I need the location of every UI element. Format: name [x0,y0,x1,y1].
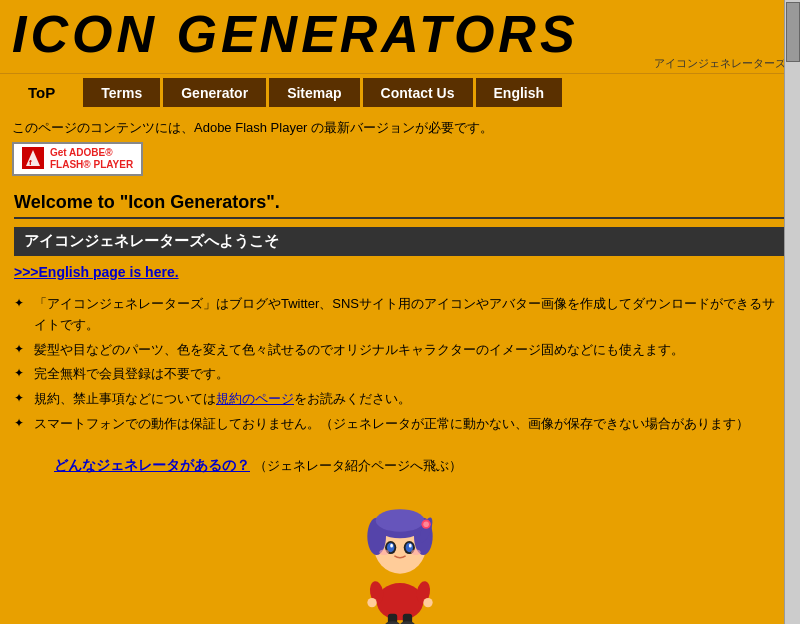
svg-point-10 [367,598,376,607]
main-content: Welcome to "Icon Generators". アイコンジェネレータ… [0,180,800,624]
svg-point-27 [379,549,388,555]
english-page-link[interactable]: >>>English page is here. [14,264,786,280]
flash-icon: f [22,147,44,171]
svg-point-11 [423,598,432,607]
feature-list: 「アイコンジェネレーターズ」はブログやTwitter、SNSサイト用のアイコンや… [14,292,786,437]
section-header: アイコンジェネレーターズへようこそ [14,227,786,256]
list-item-text-suffix: をお読みください。 [294,391,411,406]
list-item: 髪型や目などのパーツ、色を変えて色々試せるのでオリジナルキャラクターのイメージ固… [14,338,786,363]
anime-character-svg [340,485,460,624]
scrollbar[interactable] [784,0,800,624]
nav-top-link[interactable]: ToP [0,78,83,107]
svg-point-28 [411,549,420,555]
scrollbar-thumb[interactable] [786,2,800,62]
svg-point-20 [423,521,429,527]
nav-terms[interactable]: Terms [83,78,160,107]
nav-generator[interactable]: Generator [163,78,266,107]
flash-notice-text: このページのコンテンツには、Adobe Flash Player の最新バージョ… [12,120,493,135]
nav-english[interactable]: English [476,78,563,107]
welcome-title: Welcome to "Icon Generators". [14,192,786,219]
flash-badge-line1: Get ADOBE® [50,147,133,159]
svg-text:f: f [29,158,32,167]
list-item-text-prefix: 規約、禁止事項などについては [34,391,216,406]
generator-link-note: （ジェネレータ紹介ページへ飛ぶ） [254,458,462,473]
logo-area: iCON GENERATORS アイコンジェネレーターズ [0,0,800,73]
svg-point-25 [390,544,393,548]
nav-sitemap[interactable]: Sitemap [269,78,359,107]
list-item: 完全無料で会員登録は不要です。 [14,362,786,387]
flash-badge[interactable]: f Get ADOBE® FLASH® PLAYER [12,142,143,176]
navbar: ToP Terms Generator Sitemap Contact Us E… [0,73,800,111]
list-item: 規約、禁止事項などについては規約のページをお読みください。 [14,387,786,412]
flash-badge-label: Get ADOBE® FLASH® PLAYER [50,147,133,171]
nav-contact[interactable]: Contact Us [363,78,473,107]
svg-point-3 [377,583,424,620]
generator-intro-link[interactable]: どんなジェネレータがあるの？ [54,457,250,473]
list-item: スマートフォンでの動作は保証しておりません。（ジェネレータが正常に動かない、画像… [14,412,786,437]
flash-badge-line2: FLASH® PLAYER [50,159,133,171]
generator-link-area: どんなジェネレータがあるの？ （ジェネレータ紹介ページへ飛ぶ） [14,457,786,475]
character-illustration [14,485,786,624]
logo-title: iCON GENERATORS [12,8,788,60]
terms-link[interactable]: 規約のページ [216,391,294,406]
svg-point-17 [376,509,425,531]
svg-point-26 [409,544,412,548]
flash-notice-area: このページのコンテンツには、Adobe Flash Player の最新バージョ… [0,111,800,180]
list-item: 「アイコンジェネレーターズ」はブログやTwitter、SNSサイト用のアイコンや… [14,292,786,338]
